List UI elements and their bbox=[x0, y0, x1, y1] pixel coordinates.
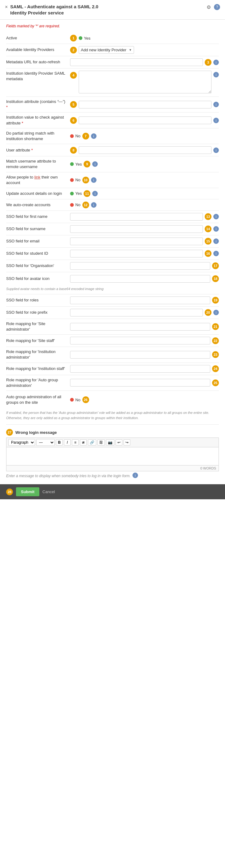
avatar-note: Supplied avatar needs to contain a base6… bbox=[6, 286, 104, 292]
step-badge-6: 6 bbox=[70, 117, 77, 124]
control-sso-surname: 14 i bbox=[70, 225, 219, 233]
role-inst-staff-input[interactable] bbox=[70, 365, 210, 373]
toggle-dot-active bbox=[79, 36, 82, 40]
info-icon-7[interactable]: i bbox=[91, 133, 96, 139]
form-row-sso-roles: SSO field for roles 19 bbox=[6, 294, 219, 307]
sso-org-input[interactable] bbox=[70, 262, 210, 270]
toggle-dot-autocreate bbox=[70, 203, 74, 207]
info-icon-11[interactable]: i bbox=[92, 191, 98, 196]
info-icon-13[interactable]: i bbox=[213, 214, 219, 219]
info-icon-9[interactable]: i bbox=[92, 161, 98, 167]
toggle-partial-match[interactable]: No bbox=[70, 134, 81, 138]
rte-ul-button[interactable]: ≡ bbox=[72, 439, 79, 445]
info-icon-5[interactable]: i bbox=[213, 102, 219, 107]
role-inst-admin-input[interactable] bbox=[70, 351, 210, 359]
submit-button[interactable]: Submit bbox=[16, 487, 39, 496]
toggle-match-username[interactable]: Yes bbox=[70, 162, 82, 166]
form-row-role-site-admin: Role mapping for 'Site administrator' 21 bbox=[6, 319, 219, 335]
page-wrapper: × SAML - Authenticate against a SAML 2.0… bbox=[0, 0, 225, 499]
toggle-autocreate[interactable]: No bbox=[70, 203, 81, 207]
form-row-update-account: Update account details on login Yes 11 i bbox=[6, 188, 219, 199]
info-icon-20[interactable]: i bbox=[213, 310, 219, 315]
toggle-dot-match bbox=[70, 162, 74, 166]
rte-image-button[interactable]: 📷 bbox=[106, 439, 114, 445]
rte-ol-button[interactable]: ≢ bbox=[80, 439, 87, 445]
step-badge-4: 4 bbox=[70, 72, 77, 79]
form-row-inst-attr: Institution attribute (contains “—”) * 5… bbox=[6, 97, 219, 113]
control-saml-meta: 4 i bbox=[70, 71, 219, 94]
form-row-partial-match: Do partial string match with institution… bbox=[6, 128, 219, 144]
user-attr-input[interactable] bbox=[79, 146, 212, 154]
info-icon-10[interactable]: i bbox=[91, 177, 96, 183]
info-icon-12[interactable]: i bbox=[91, 202, 96, 208]
rte-style-select[interactable]: — bbox=[36, 439, 55, 446]
step-badge-8: 8 bbox=[70, 147, 77, 154]
help-icon[interactable]: ? bbox=[214, 4, 220, 10]
role-site-staff-input[interactable] bbox=[70, 337, 210, 344]
control-role-site-admin: 21 bbox=[70, 323, 219, 331]
step-badge-11: 11 bbox=[84, 190, 90, 197]
autogroup-note: If enabled, the person that has the 'Aut… bbox=[6, 409, 219, 422]
info-icon-27[interactable]: i bbox=[133, 472, 138, 478]
step-badge-15: 15 bbox=[205, 238, 212, 245]
rte-redo-button[interactable]: ↪ bbox=[123, 439, 130, 445]
label-sso-role-prefix: SSO field for role prefix bbox=[6, 310, 67, 315]
toggle-value-link: No bbox=[75, 178, 81, 182]
toggle-dot-link bbox=[70, 178, 74, 182]
label-sso-firstname: SSO field for first name bbox=[6, 214, 67, 219]
role-autogroup-input[interactable] bbox=[70, 379, 210, 386]
sso-surname-input[interactable] bbox=[70, 225, 203, 233]
rte-bold-button[interactable]: B bbox=[56, 439, 63, 445]
control-update-account: Yes 11 i bbox=[70, 190, 219, 197]
form-row-role-site-staff: Role mapping for 'Site staff' 22 bbox=[6, 335, 219, 347]
idp-select[interactable]: Add new Identity Provider ▼ bbox=[79, 46, 134, 54]
step-badge-16: 16 bbox=[205, 250, 212, 257]
sso-email-input[interactable] bbox=[70, 238, 203, 245]
rte-italic-button[interactable]: I bbox=[64, 439, 71, 445]
sso-avatar-input[interactable] bbox=[70, 275, 210, 283]
gear-icon[interactable]: ⚙ bbox=[205, 4, 212, 10]
info-icon-3[interactable]: i bbox=[213, 60, 219, 65]
inst-value-input[interactable] bbox=[79, 117, 212, 124]
rte-paragraph-select[interactable]: Paragraph bbox=[8, 439, 35, 446]
rte-undo-button[interactable]: ↩ bbox=[116, 439, 122, 445]
rte-unlink-button[interactable]: ⛓ bbox=[97, 439, 105, 445]
header-right: ⚙ ? bbox=[205, 4, 220, 10]
rte-content-area[interactable] bbox=[6, 447, 219, 465]
rte-link-button[interactable]: 🔗 bbox=[88, 439, 96, 445]
toggle-value-autogroup: No bbox=[75, 398, 81, 402]
metadata-url-input[interactable] bbox=[70, 58, 203, 66]
info-icon-14[interactable]: i bbox=[213, 226, 219, 232]
link-word[interactable]: link bbox=[34, 175, 40, 180]
control-user-attr: 8 i bbox=[70, 146, 219, 154]
sso-roles-input[interactable] bbox=[70, 297, 210, 304]
toggle-update-account[interactable]: Yes bbox=[70, 191, 82, 196]
role-site-admin-input[interactable] bbox=[70, 323, 210, 331]
toggle-active[interactable]: Yes bbox=[79, 36, 90, 40]
toggle-link-account[interactable]: No bbox=[70, 178, 81, 182]
info-icon-15[interactable]: i bbox=[213, 239, 219, 244]
toggle-value-partial: No bbox=[75, 134, 81, 138]
info-icon-8[interactable]: i bbox=[213, 148, 219, 153]
saml-meta-textarea[interactable] bbox=[79, 71, 212, 93]
label-sso-roles: SSO field for roles bbox=[6, 298, 67, 303]
chevron-down-icon: ▼ bbox=[129, 48, 132, 52]
step-badge-7: 7 bbox=[82, 133, 89, 140]
label-role-site-staff: Role mapping for 'Site staff' bbox=[6, 338, 67, 343]
step-badge-21: 21 bbox=[212, 323, 219, 330]
sso-role-prefix-input[interactable] bbox=[70, 309, 203, 316]
required-note: Fields marked by '*' are required. bbox=[6, 24, 219, 28]
sso-firstname-input[interactable] bbox=[70, 213, 203, 221]
cancel-link[interactable]: Cancel bbox=[43, 490, 55, 494]
label-partial-match: Do partial string match with institution… bbox=[6, 131, 67, 142]
step-badge-3: 3 bbox=[205, 59, 212, 66]
info-icon-16[interactable]: i bbox=[213, 251, 219, 256]
sso-studentid-input[interactable] bbox=[70, 250, 203, 257]
toggle-autogroup-site[interactable]: No bbox=[70, 398, 81, 402]
inst-attr-input[interactable] bbox=[79, 101, 212, 108]
control-metadata-url: 3 i bbox=[70, 58, 219, 66]
close-button[interactable]: × bbox=[5, 4, 8, 10]
info-icon-4[interactable]: i bbox=[213, 72, 219, 78]
info-icon-6[interactable]: i bbox=[213, 118, 219, 123]
toggle-value-match: Yes bbox=[75, 162, 82, 166]
